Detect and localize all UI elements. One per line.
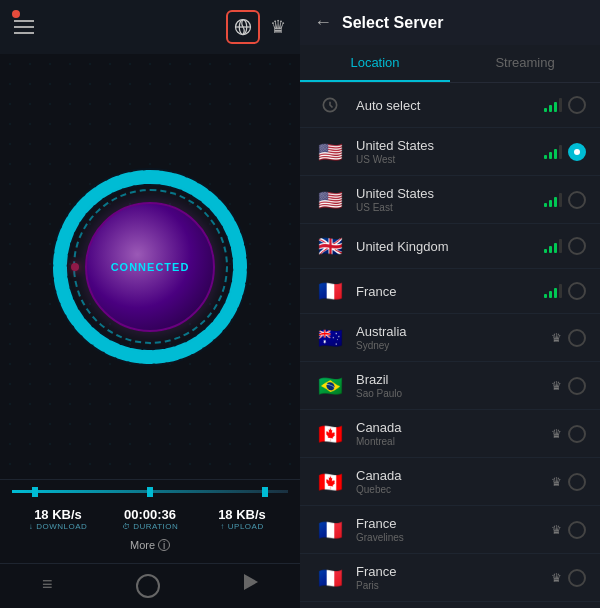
bar-notch-center — [147, 487, 153, 497]
server-info: CanadaQuebec — [356, 468, 551, 495]
server-right-controls — [544, 191, 586, 209]
more-button[interactable]: More i — [12, 535, 288, 559]
server-name: United States — [356, 138, 544, 153]
vpn-main-area: CONNECTED — [0, 54, 300, 479]
duration-icon: ⏱ — [122, 522, 131, 531]
server-radio-button[interactable] — [568, 473, 586, 491]
premium-crown-icon: ♛ — [551, 379, 562, 393]
upload-label: ↑ UPLOAD — [220, 522, 263, 531]
upload-icon: ↑ — [220, 522, 225, 531]
server-right-controls: ♛ — [551, 377, 586, 395]
signal-bars — [544, 98, 562, 112]
server-flag: 🇨🇦 — [314, 470, 346, 494]
server-flag: 🇫🇷 — [314, 279, 346, 303]
upload-value: 18 KB/s — [218, 507, 266, 522]
server-item[interactable]: 🇦🇺AustraliaSydney♛ — [300, 314, 600, 362]
server-name: United States — [356, 186, 544, 201]
left-panel: ♛ CONNECTED — [0, 0, 300, 608]
duration-value: 00:00:36 — [124, 507, 176, 522]
server-flag: 🇫🇷 — [314, 566, 346, 590]
globe-button[interactable] — [226, 10, 260, 44]
server-info: FranceParis — [356, 564, 551, 591]
server-info: United Kingdom — [356, 239, 544, 254]
server-item[interactable]: 🇫🇷FranceGravelines♛ — [300, 506, 600, 554]
premium-crown-icon: ♛ — [551, 331, 562, 345]
nav-menu-button[interactable]: ≡ — [42, 574, 53, 598]
signal-bars — [544, 193, 562, 207]
server-flag: 🇺🇸 — [314, 188, 346, 212]
server-radio-button[interactable] — [568, 329, 586, 347]
premium-crown-icon: ♛ — [551, 475, 562, 489]
menu-button[interactable] — [14, 20, 34, 34]
server-radio-button[interactable] — [568, 521, 586, 539]
tab-location[interactable]: Location — [300, 45, 450, 82]
server-radio-button[interactable] — [568, 143, 586, 161]
server-item[interactable]: 🇨🇦CanadaQuebec♛ — [300, 458, 600, 506]
server-name: France — [356, 516, 551, 531]
header-right: ♛ — [226, 10, 286, 44]
bar-notch-left — [32, 487, 38, 497]
server-item[interactable]: 🇫🇷France — [300, 269, 600, 314]
server-info: FranceGravelines — [356, 516, 551, 543]
signal-bars — [544, 284, 562, 298]
nav-home-button[interactable] — [136, 574, 160, 598]
server-radio-button[interactable] — [568, 569, 586, 587]
server-name: Canada — [356, 468, 551, 483]
right-header: ← Select Server — [300, 0, 600, 45]
server-list: Auto select🇺🇸United StatesUS West🇺🇸Unite… — [300, 83, 600, 608]
download-stat: 18 KB/s ↓ DOWNLOAD — [12, 507, 104, 531]
server-flag: 🇺🇸 — [314, 140, 346, 164]
server-right-controls — [544, 96, 586, 114]
info-icon: i — [158, 539, 170, 551]
server-right-controls: ♛ — [551, 473, 586, 491]
back-button[interactable]: ← — [314, 12, 332, 33]
duration-stat: 00:00:36 ⏱ DURATION — [104, 507, 196, 531]
server-name: United Kingdom — [356, 239, 544, 254]
globe-icon — [233, 17, 253, 37]
upload-stat: 18 KB/s ↑ UPLOAD — [196, 507, 288, 531]
premium-crown-icon: ♛ — [551, 571, 562, 585]
server-name: Canada — [356, 420, 551, 435]
nav-back-button[interactable] — [244, 574, 258, 590]
vpn-status-circle[interactable]: CONNECTED — [50, 167, 250, 367]
server-name: Australia — [356, 324, 551, 339]
server-right-controls: ♛ — [551, 569, 586, 587]
server-radio-button[interactable] — [568, 237, 586, 255]
server-flag: 🇨🇦 — [314, 422, 346, 446]
server-subname: Sao Paulo — [356, 388, 551, 399]
server-radio-button[interactable] — [568, 425, 586, 443]
tabs-bar: Location Streaming — [300, 45, 600, 83]
crown-button[interactable]: ♛ — [270, 16, 286, 38]
right-panel: ← Select Server Location Streaming Auto … — [300, 0, 600, 608]
server-name: France — [356, 564, 551, 579]
signal-bars — [544, 239, 562, 253]
server-right-controls — [544, 143, 586, 161]
server-item[interactable]: Auto select — [300, 83, 600, 128]
server-radio-button[interactable] — [568, 377, 586, 395]
server-radio-button[interactable] — [568, 191, 586, 209]
server-item[interactable]: 🇧🇷BrazilSao Paulo♛ — [300, 362, 600, 410]
server-item[interactable]: 🇬🇧United Kingdom — [300, 224, 600, 269]
server-radio-button[interactable] — [568, 282, 586, 300]
server-flag — [314, 93, 346, 117]
server-info: BrazilSao Paulo — [356, 372, 551, 399]
server-subname: US West — [356, 154, 544, 165]
server-info: France — [356, 284, 544, 299]
inner-circle: CONNECTED — [85, 202, 215, 332]
server-subname: US East — [356, 202, 544, 213]
server-radio-button[interactable] — [568, 96, 586, 114]
server-subname: Sydney — [356, 340, 551, 351]
server-flag: 🇬🇧 — [314, 234, 346, 258]
server-item[interactable]: 🇺🇸United StatesUS East — [300, 176, 600, 224]
tab-streaming[interactable]: Streaming — [450, 45, 600, 82]
server-item[interactable]: 🇺🇸United StatesUS West — [300, 128, 600, 176]
server-name: France — [356, 284, 544, 299]
server-flag: 🇦🇺 — [314, 326, 346, 350]
server-item[interactable]: 🇫🇷FranceParis♛ — [300, 554, 600, 602]
server-item[interactable]: 🇨🇦CanadaMontreal♛ — [300, 410, 600, 458]
server-right-controls: ♛ — [551, 521, 586, 539]
server-right-controls — [544, 237, 586, 255]
stats-bar: 18 KB/s ↓ DOWNLOAD 00:00:36 ⏱ DURATION 1… — [0, 479, 300, 563]
status-bar-line — [12, 490, 288, 493]
server-right-controls — [544, 282, 586, 300]
